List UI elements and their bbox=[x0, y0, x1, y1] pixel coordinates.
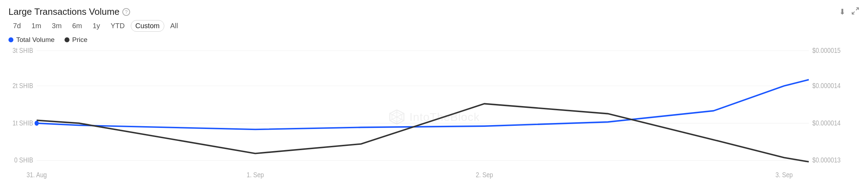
filter-1y[interactable]: 1y bbox=[88, 20, 105, 32]
y-label-2t: 2t SHIB bbox=[12, 81, 33, 90]
svg-line-0 bbox=[856, 8, 858, 10]
x-label-31aug: 31. Aug bbox=[26, 171, 47, 179]
y-label-3t: 3t SHIB bbox=[12, 47, 33, 54]
filter-ytd[interactable]: YTD bbox=[106, 20, 129, 32]
filter-custom[interactable]: Custom bbox=[131, 20, 164, 32]
chart-area: IntoTheBlock 3t SHIB 2t SHIB 1t SHIB 0 S… bbox=[8, 47, 860, 187]
legend-dot-volume bbox=[8, 37, 13, 42]
title-area: Large Transactions Volume ? bbox=[8, 6, 130, 17]
svg-line-1 bbox=[852, 12, 855, 14]
x-label-1sep: 1. Sep bbox=[246, 171, 264, 179]
filter-7d[interactable]: 7d bbox=[8, 20, 25, 32]
time-filters: 7d 1m 3m 6m 1y YTD Custom All bbox=[8, 20, 860, 32]
filter-1m[interactable]: 1m bbox=[27, 20, 46, 32]
filter-all[interactable]: All bbox=[166, 20, 183, 32]
filter-6m[interactable]: 6m bbox=[68, 20, 87, 32]
y-label-right-14a: $0.000014 bbox=[812, 81, 841, 90]
legend-price: Price bbox=[65, 36, 87, 44]
chart-svg: 3t SHIB 2t SHIB 1t SHIB 0 SHIB $0.000015… bbox=[8, 47, 860, 187]
chart-title: Large Transactions Volume bbox=[8, 6, 120, 17]
y-label-right-15: $0.000015 bbox=[812, 47, 841, 54]
volume-start-dot bbox=[35, 121, 39, 126]
total-volume-line bbox=[37, 80, 809, 129]
legend-label-volume: Total Volume bbox=[16, 36, 55, 44]
x-label-2sep: 2. Sep bbox=[476, 171, 493, 179]
legend-dot-price bbox=[65, 37, 69, 42]
x-label-3sep: 3. Sep bbox=[775, 171, 793, 179]
y-label-right-14b: $0.000014 bbox=[812, 119, 841, 127]
download-icon[interactable]: ⬇ bbox=[839, 7, 845, 17]
chart-container: Large Transactions Volume ? ⬇ 7d 1m 3m 6… bbox=[0, 0, 868, 191]
y-label-0: 0 SHIB bbox=[14, 156, 33, 164]
header-row: Large Transactions Volume ? ⬇ bbox=[8, 6, 860, 17]
y-label-right-13: $0.000013 bbox=[812, 156, 841, 164]
legend-total-volume: Total Volume bbox=[8, 36, 55, 44]
help-icon[interactable]: ? bbox=[122, 8, 130, 16]
filter-3m[interactable]: 3m bbox=[47, 20, 66, 32]
legend-row: Total Volume Price bbox=[8, 36, 860, 44]
y-label-1t: 1t SHIB bbox=[12, 119, 33, 127]
legend-label-price: Price bbox=[72, 36, 87, 44]
header-actions: ⬇ bbox=[839, 7, 860, 17]
expand-icon[interactable] bbox=[851, 7, 860, 17]
